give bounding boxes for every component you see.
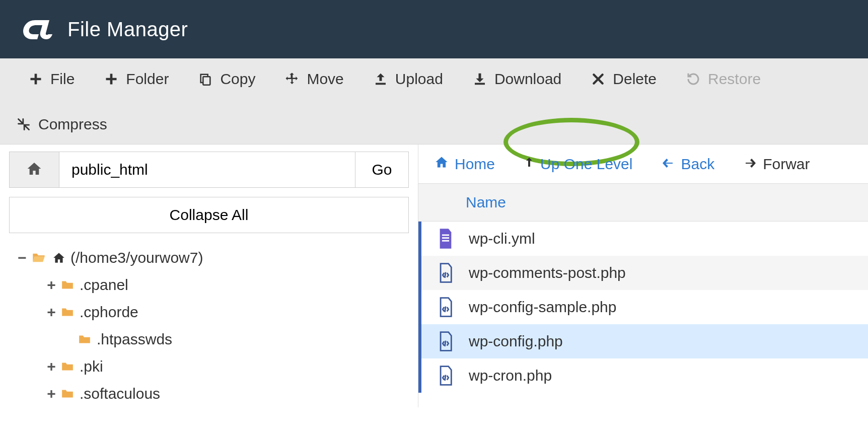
download-button[interactable]: Download [457,65,575,93]
folder-tree: − (/home3/yourwow7) + .cpanel + [9,244,409,407]
collapse-toggle[interactable]: − [16,249,28,266]
go-button[interactable]: Go [355,152,409,188]
upload-button[interactable]: Upload [358,65,457,93]
file-name: wp-comments-post.php [469,264,626,281]
svg-rect-5 [442,240,449,242]
tree-root-label: (/home3/yourwow7) [70,249,203,266]
download-icon [471,70,488,88]
folder-open-icon [30,251,47,265]
plus-icon [27,70,44,88]
file-document-icon [431,229,460,249]
nav-home[interactable]: Home [433,155,495,173]
arrow-left-icon [661,156,676,173]
tree-item-cpanel[interactable]: + .cpanel [16,271,409,299]
upload-icon [372,70,389,88]
compress-icon [15,116,32,133]
tree-root[interactable]: − (/home3/yourwow7) [16,244,409,271]
restore-button[interactable]: Restore [671,65,775,93]
plus-icon [103,70,120,88]
cpanel-logo [20,17,53,41]
file-button[interactable]: File [13,65,89,93]
expand-toggle[interactable]: + [45,304,57,321]
path-input[interactable] [59,152,355,188]
tree-item-label: .softaculous [80,385,160,402]
file-pane: Home Up One Level Back Forwar [418,145,868,407]
app-title: File Manager [67,18,188,41]
expand-toggle[interactable]: + [45,385,57,402]
file-code-icon [431,297,460,317]
tree-item-label: .cphorde [80,304,138,321]
copy-button[interactable]: Copy [183,65,269,93]
sidebar: Go Collapse All − (/home3/yourwow7) + .c… [0,145,418,407]
expand-toggle[interactable]: + [45,358,57,375]
tree-item-label: .cpanel [80,276,128,294]
svg-rect-2 [475,83,485,85]
folder-icon [59,278,76,292]
file-name: wp-config-sample.php [469,299,616,316]
file-row[interactable]: wp-cli.yml [418,222,868,256]
tree-item-pki[interactable]: + .pki [16,353,409,380]
file-code-icon [431,331,460,351]
home-icon [51,251,66,264]
folder-icon [59,387,76,400]
svg-rect-1 [376,83,386,85]
tree-item-label: .pki [80,358,103,375]
folder-icon [77,333,93,346]
close-icon [590,70,607,88]
column-header-name[interactable]: Name [418,183,868,222]
svg-rect-3 [442,235,449,236]
move-icon [283,70,301,88]
app-header: File Manager [0,0,868,58]
restore-icon [685,70,702,88]
file-name: wp-config.php [469,333,563,350]
arrow-up-icon [523,155,535,173]
expand-toggle[interactable]: + [45,276,57,294]
svg-rect-0 [203,77,210,85]
tree-item-label: .htpasswds [97,331,172,348]
copy-icon [197,70,214,88]
folder-button[interactable]: Folder [89,65,183,93]
folder-icon [59,360,76,373]
path-row: Go [9,152,409,188]
compress-button[interactable]: Compress [13,111,121,138]
file-name: wp-cli.yml [469,230,535,247]
file-row[interactable]: wp-config.php [418,324,868,358]
tree-item-htpasswds[interactable]: + .htpasswds [16,326,409,353]
folder-icon [59,306,76,319]
file-row[interactable]: wp-config-sample.php [418,290,868,324]
file-navbar: Home Up One Level Back Forwar [418,145,868,183]
file-list: wp-cli.yml wp-comments-post.php wp-confi… [418,222,868,393]
move-button[interactable]: Move [269,65,357,93]
file-code-icon [431,366,460,386]
file-code-icon [431,263,460,283]
delete-button[interactable]: Delete [575,65,671,93]
file-row[interactable]: wp-comments-post.php [418,256,868,290]
file-name: wp-cron.php [469,367,552,384]
file-row[interactable]: wp-cron.php [418,358,868,393]
content-area: Go Collapse All − (/home3/yourwow7) + .c… [0,145,868,407]
svg-rect-4 [442,237,449,239]
home-button[interactable] [9,152,59,188]
nav-up-one-level[interactable]: Up One Level [523,155,632,173]
collapse-all-button[interactable]: Collapse All [9,197,409,233]
nav-back[interactable]: Back [661,155,714,173]
tree-item-cphorde[interactable]: + .cphorde [16,299,409,326]
home-icon [25,161,43,179]
nav-forward[interactable]: Forwar [743,155,810,173]
toolbar: File Folder Copy Move Upload Download [0,58,868,145]
tree-item-softaculous[interactable]: + .softaculous [16,380,409,407]
home-icon [433,155,450,173]
arrow-right-icon [743,156,758,173]
